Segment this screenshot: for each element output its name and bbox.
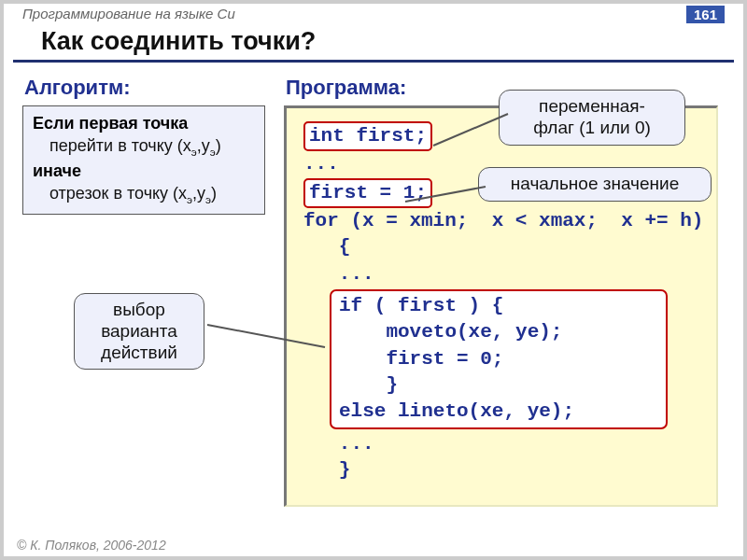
- course-title: Программирование на языке Си: [22, 6, 235, 23]
- callout-choice: выборвариантадействий: [74, 293, 204, 370]
- code-init: first = 1;: [303, 178, 432, 208]
- footer-copyright: © К. Поляков, 2006-2012: [17, 538, 166, 553]
- code-brace: {: [303, 234, 699, 260]
- code-for: for (x = xmin; x < xmax; x += h): [303, 208, 699, 234]
- algo-if-body: перейти в точку (xэ,yэ): [33, 134, 255, 159]
- algo-else: иначе: [33, 161, 81, 180]
- algorithm-heading: Алгоритм:: [24, 76, 131, 100]
- slide-title: Как соединить точки?: [13, 23, 734, 63]
- code-if-block: if ( first ) { moveto(xe, ye); first = 0…: [330, 289, 668, 429]
- callout-flag: переменная-флаг (1 или 0): [499, 90, 685, 146]
- code-decl: int first;: [303, 121, 432, 151]
- code-brace: }: [303, 457, 699, 483]
- algorithm-box: Если первая точка перейти в точку (xэ,yэ…: [22, 105, 265, 215]
- page-number: 161: [686, 6, 725, 23]
- callout-initial: начальное значение: [478, 167, 712, 202]
- code-panel: int first; ... first = 1; for (x = xmin;…: [284, 105, 718, 507]
- code-ellipsis: ...: [303, 261, 699, 287]
- algo-if: Если первая точка: [33, 114, 188, 133]
- program-heading: Программа:: [286, 76, 406, 100]
- code-ellipsis: ...: [303, 431, 699, 457]
- algo-else-body: отрезок в точку (xэ,yэ): [33, 182, 255, 206]
